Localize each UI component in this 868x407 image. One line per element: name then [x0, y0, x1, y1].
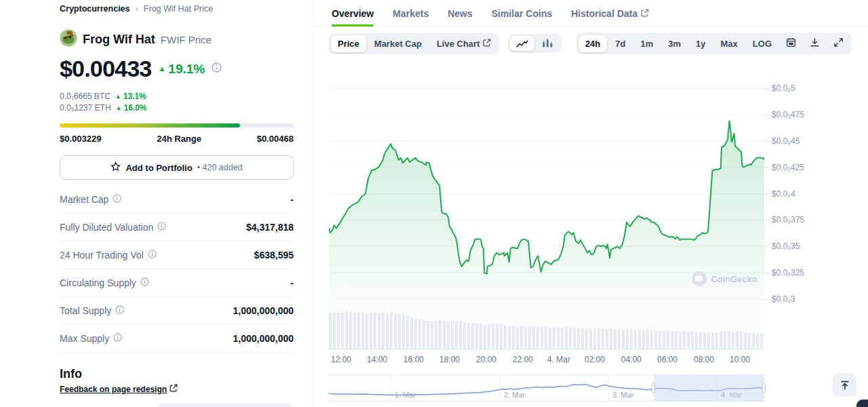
y-axis-tick — [765, 88, 768, 89]
navigator-handle-right[interactable] — [762, 383, 766, 393]
tab-bar: OverviewMarketsNewsSimilar CoinsHistoric… — [313, 0, 868, 27]
view-live-chart-button[interactable]: Live Chart — [430, 35, 498, 52]
price-chart-svg — [329, 61, 764, 350]
external-link-icon — [170, 384, 178, 394]
download-icon — [810, 37, 820, 50]
breadcrumb: Cryptocurrencies › Frog Wif Hat Price — [60, 3, 294, 14]
stat-row: Max Supply1,000,000,000 — [60, 325, 294, 353]
chart-navigator[interactable]: 1. Mar2. Mar3. Mar4. Mar — [329, 374, 764, 402]
view-price-button[interactable]: Price — [331, 35, 366, 52]
info-icon[interactable] — [140, 277, 149, 288]
coin-ticker-label: FWIF Price — [161, 34, 212, 45]
x-axis-label: 22:00 — [513, 355, 533, 364]
range-low: $0.003229 — [60, 134, 101, 144]
range-max-button[interactable]: Max — [714, 35, 745, 52]
navigator-handle-left[interactable] — [652, 383, 655, 393]
add-to-portfolio-label: Add to Portfolio — [125, 163, 192, 173]
breadcrumb-current: Frog Wif Hat Price — [144, 4, 213, 14]
stat-row: 24 Hour Trading Vol$638,595 — [60, 241, 294, 269]
y-axis-label: $0.0₂35 — [772, 241, 800, 251]
range-1m-button[interactable]: 1m — [633, 35, 660, 52]
range-7d-button[interactable]: 7d — [608, 35, 632, 52]
breadcrumb-cryptocurrencies[interactable]: Cryptocurrencies — [60, 4, 130, 14]
tab-historical-data[interactable]: Historical Data — [571, 0, 649, 26]
stat-label: Market Cap — [60, 194, 121, 205]
price-chart[interactable]: 12:0014:0016:0018:0020:0022:004. Mar02:0… — [329, 61, 764, 350]
range-24h-button[interactable]: 24h — [578, 35, 607, 52]
y-axis-label: $0.0₂3 — [772, 294, 795, 304]
scroll-to-top-button[interactable] — [833, 373, 856, 397]
stat-value: $638,595 — [254, 250, 294, 260]
coin-header: Frog Wif Hat FWIF Price — [60, 29, 294, 50]
contract-row: Contract 0xd29...038521 — [60, 404, 294, 407]
info-icon[interactable] — [113, 194, 121, 205]
external-link-icon — [641, 8, 649, 19]
range-label: 24h Range — [157, 134, 201, 144]
tab-similar-coins[interactable]: Similar Coins — [492, 0, 552, 26]
stat-row: Market Cap- — [60, 186, 294, 214]
y-axis-tick — [765, 168, 768, 168]
candlestick-style-button[interactable] — [536, 36, 559, 51]
chevron-right-icon: › — [136, 3, 138, 14]
up-arrow-icon: ▲ — [116, 102, 122, 114]
navigator-date-label: 1. Mar — [395, 391, 416, 399]
x-axis-label: 18:00 — [439, 355, 460, 364]
info-icon[interactable] — [212, 62, 222, 75]
stat-value: - — [290, 194, 294, 205]
y-axis-label: $0.0₂5 — [772, 83, 795, 93]
info-icon[interactable] — [115, 305, 124, 316]
contract-pill[interactable]: 0xd29...038521 — [157, 404, 294, 407]
chat-widget-corner[interactable] — [856, 400, 868, 407]
watermark-label: CoinGecko — [711, 274, 757, 284]
x-axis-label: 02:00 — [585, 355, 605, 364]
range-bar-fill — [60, 123, 240, 128]
line-chart-style-button[interactable] — [510, 36, 534, 51]
x-axis-label: 06:00 — [657, 355, 677, 364]
x-axis-label: 04:00 — [621, 355, 642, 364]
info-icon[interactable] — [113, 333, 122, 344]
coin-logo-icon — [60, 29, 77, 50]
navigator-selection[interactable] — [654, 375, 764, 401]
download-button[interactable] — [804, 35, 826, 52]
stat-value: $4,317,818 — [246, 222, 294, 233]
y-axis-tick — [765, 273, 768, 273]
fullscreen-icon — [833, 37, 844, 50]
stat-label: Total Supply — [60, 305, 124, 316]
y-axis-tick — [765, 220, 768, 220]
tab-markets[interactable]: Markets — [393, 0, 429, 26]
info-icon[interactable] — [148, 250, 157, 260]
stat-row: Total Supply1,000,000,000 — [60, 297, 294, 325]
chart-style-group — [508, 34, 561, 53]
y-axis-label: $0.0₂4 — [772, 189, 795, 199]
range-1y-button[interactable]: 1y — [689, 35, 712, 52]
y-axis-tick — [765, 299, 768, 300]
view-market-cap-button[interactable]: Market Cap — [368, 35, 429, 52]
stat-label: 24 Hour Trading Vol — [60, 250, 157, 260]
navigator-date-label: 2. Mar — [504, 391, 525, 399]
fullscreen-button[interactable] — [827, 35, 850, 52]
info-heading: Info — [60, 367, 294, 381]
range-labels: $0.003229 24h Range $0.00468 — [60, 134, 294, 144]
conversion-value: 0.0₅1237 ETH — [60, 102, 111, 114]
add-to-portfolio-button[interactable]: Add to Portfolio • 420 added — [60, 155, 294, 180]
range-log-button[interactable]: LOG — [746, 35, 778, 52]
tab-overview[interactable]: Overview — [332, 0, 374, 26]
conversion-change: ▲16.0% — [116, 102, 147, 114]
coin-name: Frog Wif Hat — [83, 33, 155, 47]
feedback-link[interactable]: Feedback on page redesign — [60, 384, 178, 394]
x-axis-label: 14:00 — [367, 355, 387, 364]
info-icon[interactable] — [157, 222, 166, 233]
x-axis-label: 08:00 — [694, 355, 714, 364]
view-toggle-group: PriceMarket CapLive Chart — [329, 33, 500, 54]
stat-label: Circulating Supply — [60, 277, 149, 288]
range-3m-button[interactable]: 3m — [661, 35, 688, 52]
y-axis-tick — [765, 194, 768, 195]
x-axis-label: 10:00 — [730, 355, 750, 364]
x-axis-label: 20:00 — [476, 355, 496, 364]
stat-label: Fully Diluted Valuation — [60, 222, 166, 233]
calendar-button[interactable] — [780, 35, 802, 52]
stat-value: 1,000,000,000 — [233, 333, 294, 344]
tab-news[interactable]: News — [448, 0, 473, 26]
range-bar — [60, 123, 294, 128]
chart-toolbar: PriceMarket CapLive Chart 24h7d1m3m1yMax… — [329, 33, 852, 54]
